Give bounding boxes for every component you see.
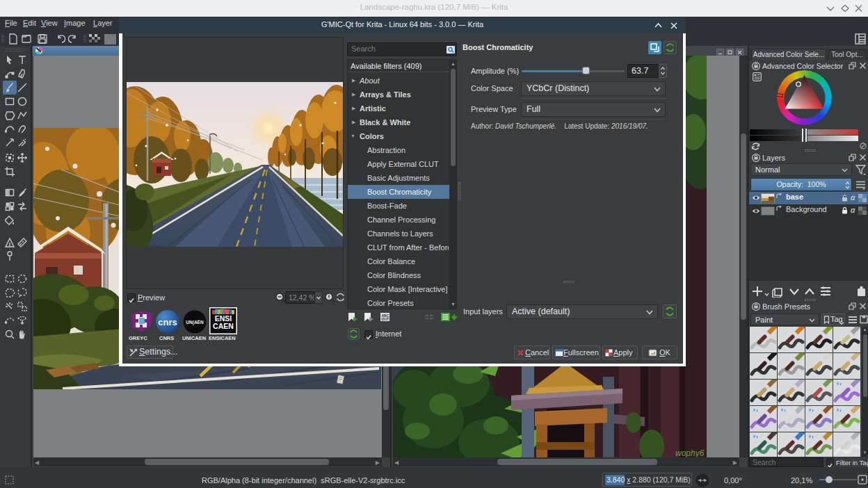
svg-text:cnrs: cnrs <box>158 317 177 327</box>
svg-text:UN(AĖN: UN(AĖN <box>186 320 204 325</box>
svg-text:OUT: OUT <box>382 317 389 321</box>
svg-text:CAEN: CAEN <box>213 322 234 330</box>
